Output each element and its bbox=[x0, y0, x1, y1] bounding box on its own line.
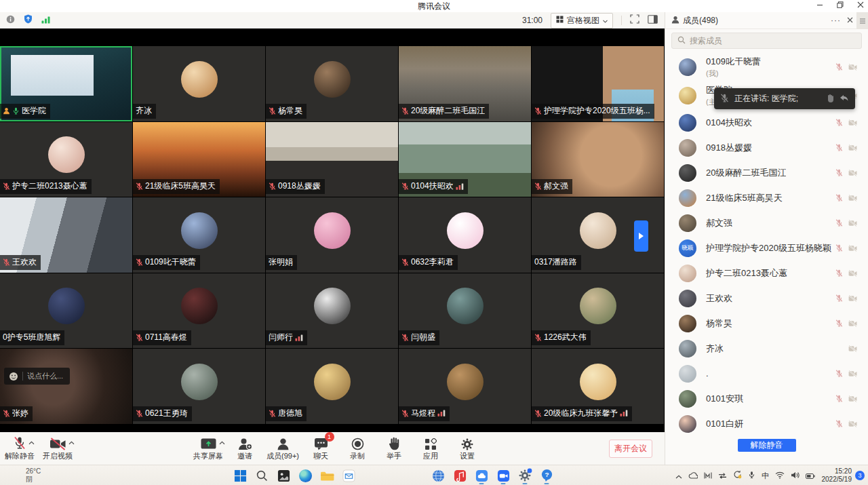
member-row[interactable]: 21级临床5班高昊天 bbox=[665, 185, 868, 210]
member-camera-off-icon[interactable] bbox=[848, 343, 857, 355]
fullscreen-icon[interactable] bbox=[630, 14, 639, 26]
video-tile[interactable]: 郝文强 bbox=[532, 122, 664, 197]
cam-off-button[interactable]: 开启视频 bbox=[41, 435, 75, 463]
video-tile[interactable]: 王欢欢 bbox=[0, 197, 132, 273]
video-tile[interactable]: 0918丛媛媛 bbox=[266, 122, 398, 197]
member-mic-muted-icon[interactable] bbox=[835, 292, 843, 305]
member-mic-muted-icon[interactable] bbox=[835, 368, 843, 380]
member-camera-off-icon[interactable] bbox=[848, 192, 857, 204]
video-tile[interactable]: 0护专5班唐旭辉 bbox=[0, 273, 132, 349]
mic-off-button[interactable]: 解除静音 bbox=[3, 435, 37, 463]
panel-handle-icon[interactable] bbox=[856, 12, 868, 29]
meeting-info-icon[interactable] bbox=[6, 14, 15, 26]
member-mic-muted-icon[interactable] bbox=[835, 317, 843, 330]
battery-icon[interactable] bbox=[806, 469, 815, 482]
chat-button[interactable]: 1聊天 bbox=[304, 435, 338, 463]
hand-button[interactable]: 举手 bbox=[377, 435, 411, 463]
taskbar-app-browser[interactable] bbox=[430, 467, 446, 484]
taskbar-app-help[interactable]: ? bbox=[538, 467, 555, 484]
weather-widget[interactable]: 26°C 阴 bbox=[26, 467, 41, 484]
member-camera-off-icon[interactable] bbox=[848, 242, 857, 254]
tray-mic-icon[interactable] bbox=[748, 469, 755, 482]
share-button[interactable]: 共享屏幕 bbox=[191, 435, 225, 463]
more-options-icon[interactable]: ··· bbox=[831, 16, 841, 25]
ime-indicator[interactable]: 中 bbox=[762, 471, 769, 481]
member-mic-muted-icon[interactable] bbox=[835, 393, 843, 405]
data-transfer-icon[interactable] bbox=[718, 469, 727, 482]
member-row[interactable]: 郝文强 bbox=[665, 210, 868, 235]
taskbar-app-music[interactable] bbox=[452, 467, 468, 484]
member-camera-off-icon[interactable] bbox=[848, 317, 857, 330]
chevron-up-icon[interactable] bbox=[219, 435, 225, 448]
member-row[interactable]: 晓颖护理学院护专2020级五班杨晓颖 bbox=[665, 235, 868, 260]
video-tile[interactable]: 0621王勇琦 bbox=[133, 349, 265, 424]
member-row[interactable]: 0101安琪 bbox=[665, 386, 868, 411]
chat-input-overlay[interactable]: 说点什么... bbox=[4, 368, 70, 385]
member-mic-muted-icon[interactable] bbox=[835, 61, 843, 73]
video-tile[interactable]: 唐德旭 bbox=[266, 349, 398, 424]
taskbar-app-file-explorer[interactable] bbox=[319, 467, 335, 484]
video-tile[interactable]: 闫朝盛 bbox=[399, 273, 531, 349]
member-mic-muted-icon[interactable] bbox=[835, 418, 843, 430]
taskbar-app-settings[interactable] bbox=[517, 467, 533, 484]
security-shield-icon[interactable] bbox=[24, 14, 33, 26]
wave-hand-icon[interactable] bbox=[826, 93, 835, 105]
member-camera-off-icon[interactable] bbox=[848, 61, 857, 73]
video-tile[interactable]: 张婷说点什么... bbox=[0, 349, 132, 424]
member-row[interactable]: . bbox=[665, 361, 868, 386]
video-tile[interactable]: 0711高春煜 bbox=[133, 273, 265, 349]
chevron-up-icon[interactable] bbox=[28, 435, 35, 448]
members-button[interactable]: 成员(99+) bbox=[264, 435, 301, 463]
view-mode-button[interactable]: 宫格视图 bbox=[551, 13, 613, 28]
member-camera-off-icon[interactable] bbox=[848, 142, 857, 154]
close-button[interactable] bbox=[857, 1, 864, 8]
wifi-icon[interactable] bbox=[775, 469, 785, 482]
notification-badge[interactable]: 3 bbox=[855, 471, 865, 480]
next-page-button[interactable] bbox=[634, 220, 648, 252]
member-mic-muted-icon[interactable] bbox=[835, 142, 843, 154]
taskbar-app-search[interactable] bbox=[254, 467, 270, 484]
member-mic-muted-icon[interactable] bbox=[835, 192, 843, 204]
member-camera-off-icon[interactable] bbox=[848, 292, 857, 305]
video-tile[interactable]: 齐冰 bbox=[133, 46, 265, 121]
video-tile[interactable]: 21级临床5班高昊天 bbox=[133, 122, 265, 197]
sync-icon[interactable] bbox=[733, 469, 742, 482]
unmute-button[interactable]: 解除静音 bbox=[738, 439, 796, 452]
taskbar-app-cloud[interactable] bbox=[473, 467, 490, 484]
network-quality-icon[interactable] bbox=[41, 14, 50, 26]
member-search-box[interactable] bbox=[671, 33, 862, 49]
member-camera-off-icon[interactable] bbox=[848, 117, 857, 129]
member-camera-off-icon[interactable] bbox=[848, 368, 857, 380]
onedrive-cloud-icon[interactable] bbox=[688, 469, 698, 482]
invite-button[interactable]: 邀请 bbox=[228, 435, 262, 463]
member-camera-off-icon[interactable] bbox=[848, 267, 857, 279]
video-tile[interactable]: 闫师行 bbox=[266, 273, 398, 349]
member-camera-off-icon[interactable] bbox=[848, 167, 857, 179]
member-mic-muted-icon[interactable] bbox=[835, 267, 843, 279]
member-row[interactable]: 0918丛媛媛 bbox=[665, 135, 868, 160]
emoji-icon[interactable] bbox=[9, 372, 18, 381]
member-camera-off-icon[interactable] bbox=[848, 217, 857, 229]
restore-button[interactable] bbox=[837, 1, 844, 8]
close-panel-icon[interactable] bbox=[847, 16, 853, 24]
video-tile[interactable]: 0109叱干晓蕾 bbox=[133, 197, 265, 273]
video-tile[interactable]: 护理学院护专2020级五班杨... bbox=[532, 46, 664, 121]
video-tile[interactable]: 0632李莉君 bbox=[399, 197, 531, 273]
video-tile[interactable]: 0104扶昭欢 bbox=[399, 122, 531, 197]
video-tile[interactable]: 1226武大伟 bbox=[532, 273, 664, 349]
record-button[interactable]: 录制 bbox=[340, 435, 374, 463]
reply-arrow-icon[interactable] bbox=[840, 93, 849, 105]
member-row[interactable]: 0101白妍 bbox=[665, 411, 868, 436]
video-tile[interactable]: 杨常昊 bbox=[266, 46, 398, 121]
taskbar-app-photos[interactable] bbox=[275, 467, 292, 484]
video-tile[interactable]: 马煜程 bbox=[399, 349, 531, 424]
member-row[interactable]: 齐冰 bbox=[665, 336, 868, 361]
member-row[interactable]: 0109叱干晓蕾(我) bbox=[665, 53, 868, 81]
member-row[interactable]: 0104扶昭欢 bbox=[665, 110, 868, 135]
member-row[interactable]: 王欢欢 bbox=[665, 286, 868, 311]
member-mic-muted-icon[interactable] bbox=[835, 242, 843, 254]
settings-button[interactable]: 设置 bbox=[450, 435, 484, 463]
taskbar-app-mail[interactable] bbox=[340, 467, 357, 484]
member-camera-off-icon[interactable] bbox=[848, 393, 857, 405]
tray-chevron-up-icon[interactable] bbox=[675, 469, 682, 482]
